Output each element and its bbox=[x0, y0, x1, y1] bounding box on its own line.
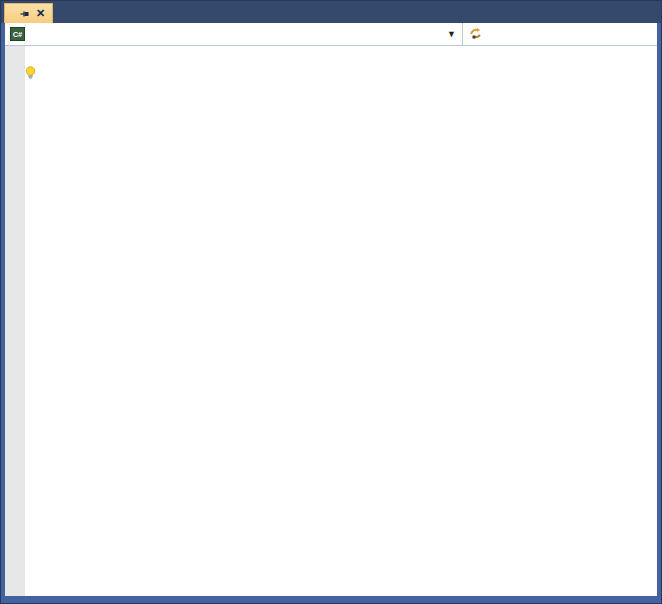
chevron-down-icon: ▼ bbox=[447, 29, 456, 39]
type-dropdown[interactable] bbox=[463, 23, 657, 45]
csharp-project-icon: C# bbox=[10, 27, 25, 41]
document-tab[interactable]: ✕ bbox=[4, 3, 53, 23]
class-icon bbox=[469, 26, 483, 43]
code-editor[interactable] bbox=[5, 46, 657, 596]
navigation-bar: C# ▼ bbox=[5, 23, 657, 46]
close-icon[interactable]: ✕ bbox=[36, 8, 45, 19]
tab-strip: ✕ bbox=[1, 1, 661, 23]
project-dropdown[interactable]: C# ▼ bbox=[5, 23, 463, 45]
glyph-margin bbox=[5, 46, 25, 596]
pin-icon[interactable] bbox=[20, 9, 30, 19]
vs-window: ✕ C# ▼ bbox=[0, 0, 662, 604]
lightbulb-icon[interactable] bbox=[24, 66, 37, 84]
